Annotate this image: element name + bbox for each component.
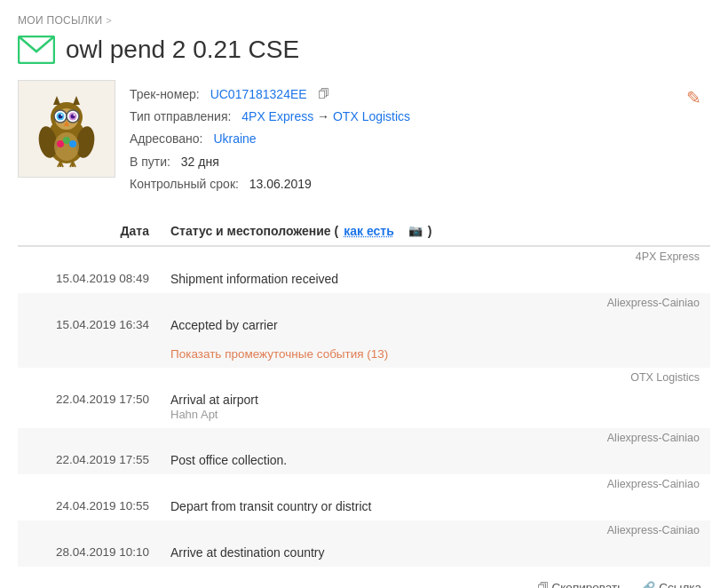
- status-header-text: Статус и местоположение (: [170, 224, 338, 238]
- envelope-icon: [18, 36, 55, 64]
- carrier-section-row: Aliexpress-Cainiao: [18, 428, 710, 446]
- type-4px[interactable]: 4PX Express: [241, 109, 313, 123]
- tracking-data-row: 22.04.2019 17:55Post office collection.: [18, 446, 710, 474]
- tracking-data-row: 22.04.2019 17:50Arrival at airportHahn A…: [18, 385, 710, 428]
- status-cell: Shipment information received: [160, 265, 710, 293]
- copy-button[interactable]: 🗍 Скопировать: [537, 581, 624, 588]
- track-number-link[interactable]: UC017181324EE: [210, 83, 307, 106]
- carrier-label: 4PX Express: [18, 246, 710, 265]
- package-image: [18, 80, 115, 178]
- date-cell: 15.04.2019 16:34: [18, 311, 160, 339]
- carrier-section-row: 4PX Express: [18, 246, 710, 265]
- address-value: Ukraine: [213, 128, 256, 150]
- track-label: Трек-номер:: [130, 83, 200, 106]
- show-events-cell: Показать промежуточные события (13): [160, 339, 710, 368]
- svg-point-9: [61, 115, 63, 116]
- deadline-label: Контрольный срок:: [130, 173, 239, 195]
- show-events-row: Показать промежуточные события (13): [18, 339, 710, 368]
- svg-point-13: [74, 115, 75, 116]
- carrier-label: Aliexpress-Cainiao: [18, 520, 710, 538]
- date-cell: 15.04.2019 08:49: [18, 265, 160, 293]
- breadcrumb-chevron: >: [106, 15, 112, 26]
- type-otx[interactable]: OTX Logistics: [333, 109, 410, 123]
- envelope-container: [18, 36, 55, 64]
- status-cell: Post office collection.: [160, 446, 710, 474]
- tracking-table: Дата Статус и местоположение ( как есть …: [18, 217, 710, 567]
- page-title-row: owl pend 2 0.21 CSE: [18, 36, 710, 64]
- status-text: Depart from transit country or district: [170, 499, 700, 513]
- package-details: Трек-номер: UC017181324EE 🗍 Тип отправле…: [130, 80, 710, 195]
- carrier-section-row: Aliexpress-Cainiao: [18, 520, 710, 538]
- owl-image: [27, 89, 107, 169]
- carrier-label: Aliexpress-Cainiao: [18, 293, 710, 311]
- tracking-data-row: 28.04.2019 10:10Arrive at destination co…: [18, 538, 710, 567]
- date-cell: 22.04.2019 17:55: [18, 446, 160, 474]
- svg-point-17: [54, 132, 79, 161]
- carrier-section-row: Aliexpress-Cainiao: [18, 474, 710, 492]
- carrier-section-row: OTX Logistics: [18, 368, 710, 385]
- link-icon: 🔗: [641, 581, 655, 588]
- translate-icon[interactable]: 📷: [408, 224, 423, 237]
- breadcrumb: МОИ ПОСЫЛКИ >: [18, 14, 710, 27]
- status-text: Arrive at destination country: [170, 545, 700, 560]
- page-title: owl pend 2 0.21 CSE: [66, 36, 299, 64]
- footer-actions: 🗍 Скопировать 🔗 Ссылка: [18, 581, 710, 588]
- status-text: Post office collection.: [170, 453, 700, 467]
- address-label: Адресовано:: [130, 128, 203, 150]
- deadline-value: 13.06.2019: [249, 173, 312, 195]
- status-text: Arrival at airport: [170, 393, 700, 407]
- show-events-link[interactable]: Показать промежуточные события (13): [170, 347, 388, 361]
- svg-point-20: [69, 140, 76, 147]
- copy-track-icon[interactable]: 🗍: [318, 83, 329, 106]
- type-label: Тип отправления:: [130, 106, 231, 128]
- tracking-data-row: 15.04.2019 16:34Accepted by carrier: [18, 311, 710, 339]
- svg-marker-4: [73, 96, 80, 105]
- status-header-suffix: ): [428, 224, 432, 238]
- tracking-data-row: 15.04.2019 08:49Shipment information rec…: [18, 265, 710, 293]
- as-is-link[interactable]: как есть: [344, 224, 394, 238]
- sub-text: Hahn Apt: [170, 408, 700, 421]
- link-button[interactable]: 🔗 Ссылка: [641, 581, 701, 588]
- copy-icon: 🗍: [537, 581, 549, 588]
- carrier-label: Aliexpress-Cainiao: [18, 428, 710, 446]
- carrier-label: Aliexpress-Cainiao: [18, 474, 710, 492]
- tracking-data-row: 24.04.2019 10:55Depart from transit coun…: [18, 492, 710, 520]
- carrier-section-row: Aliexpress-Cainiao: [18, 293, 710, 311]
- status-cell: Depart from transit country or district: [160, 492, 710, 520]
- status-text: Accepted by carrier: [170, 318, 700, 332]
- carrier-label: OTX Logistics: [18, 368, 710, 385]
- link-label[interactable]: Ссылка: [659, 581, 701, 588]
- edit-icon[interactable]: ✎: [686, 87, 701, 108]
- status-cell: Arrival at airportHahn Apt: [160, 385, 710, 428]
- package-info: Трек-номер: UC017181324EE 🗍 Тип отправле…: [18, 80, 710, 195]
- breadcrumb-packages[interactable]: МОИ ПОСЫЛКИ: [18, 14, 102, 27]
- status-cell: Accepted by carrier: [160, 311, 710, 339]
- in-transit-label: В пути:: [130, 151, 170, 173]
- status-text: Shipment information received: [170, 272, 700, 286]
- copy-label[interactable]: Скопировать: [552, 581, 624, 588]
- in-transit-value: 32 дня: [181, 151, 219, 173]
- svg-point-18: [57, 140, 64, 147]
- date-cell: 28.04.2019 10:10: [18, 538, 160, 567]
- status-column-header: Статус и местоположение ( как есть 📷 ): [160, 217, 710, 246]
- svg-marker-3: [53, 96, 60, 105]
- svg-point-19: [63, 137, 70, 144]
- date-cell: 24.04.2019 10:55: [18, 492, 160, 520]
- date-column-header: Дата: [18, 217, 160, 246]
- status-cell: Arrive at destination country: [160, 538, 710, 567]
- type-value: 4PX Express → OTX Logistics: [241, 106, 410, 128]
- empty-date-cell: [18, 339, 160, 368]
- date-cell: 22.04.2019 17:50: [18, 385, 160, 428]
